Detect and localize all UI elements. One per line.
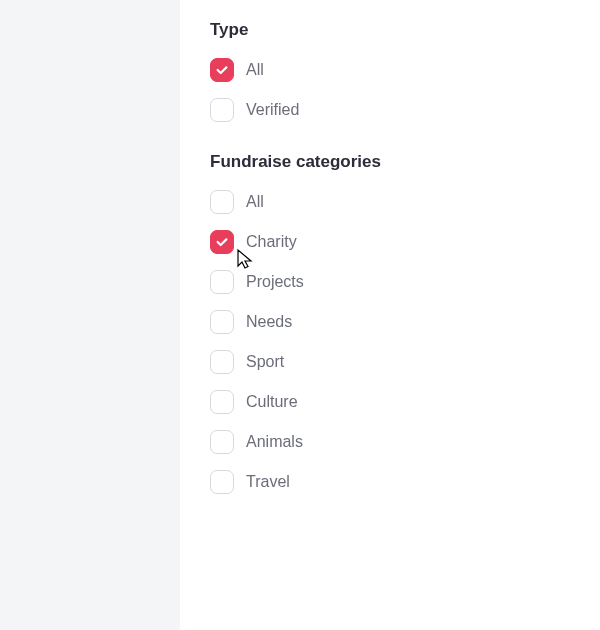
checkmark-icon xyxy=(215,63,229,77)
checkbox-all[interactable] xyxy=(210,58,234,82)
category-option-culture[interactable]: Culture xyxy=(210,390,570,414)
type-option-all[interactable]: All xyxy=(210,58,570,82)
category-label-sport: Sport xyxy=(246,353,284,371)
checkmark-icon xyxy=(215,235,229,249)
category-label-culture: Culture xyxy=(246,393,298,411)
category-label-projects: Projects xyxy=(246,273,304,291)
checkbox-category-projects[interactable] xyxy=(210,270,234,294)
checkbox-category-animals[interactable] xyxy=(210,430,234,454)
checkbox-category-needs[interactable] xyxy=(210,310,234,334)
checkbox-verified[interactable] xyxy=(210,98,234,122)
category-option-all[interactable]: All xyxy=(210,190,570,214)
type-title: Type xyxy=(210,20,570,40)
category-label-travel: Travel xyxy=(246,473,290,491)
cursor-icon xyxy=(236,248,256,272)
filters-panel: Type All Verified Fundraise categories xyxy=(180,0,600,630)
checkbox-category-sport[interactable] xyxy=(210,350,234,374)
categories-title: Fundraise categories xyxy=(210,152,570,172)
category-option-travel[interactable]: Travel xyxy=(210,470,570,494)
category-label-animals: Animals xyxy=(246,433,303,451)
checkbox-category-charity[interactable] xyxy=(210,230,234,254)
type-label-all: All xyxy=(246,61,264,79)
category-option-animals[interactable]: Animals xyxy=(210,430,570,454)
category-label-all: All xyxy=(246,193,264,211)
category-label-needs: Needs xyxy=(246,313,292,331)
checkbox-category-all[interactable] xyxy=(210,190,234,214)
category-option-sport[interactable]: Sport xyxy=(210,350,570,374)
type-label-verified: Verified xyxy=(246,101,299,119)
category-option-projects[interactable]: Projects xyxy=(210,270,570,294)
category-option-needs[interactable]: Needs xyxy=(210,310,570,334)
checkbox-category-culture[interactable] xyxy=(210,390,234,414)
type-section: Type All Verified xyxy=(210,20,570,122)
sidebar-spacer xyxy=(0,0,180,630)
category-option-charity[interactable]: Charity xyxy=(210,230,570,254)
category-label-charity: Charity xyxy=(246,233,297,251)
type-option-verified[interactable]: Verified xyxy=(210,98,570,122)
categories-section: Fundraise categories All Charity xyxy=(210,152,570,494)
checkbox-category-travel[interactable] xyxy=(210,470,234,494)
